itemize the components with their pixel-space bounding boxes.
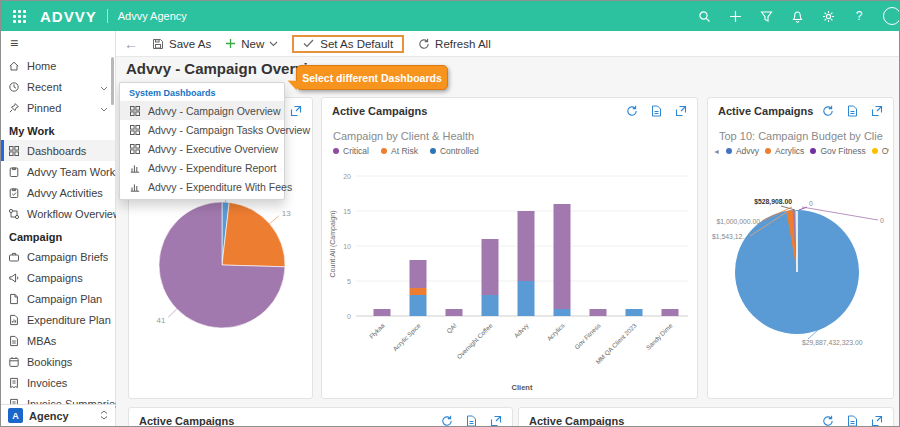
sidebar-item-label: Campaigns <box>27 272 83 284</box>
sidebar-item-campaign-briefs[interactable]: Campaign Briefs <box>1 246 115 267</box>
sidebar-item-mbas[interactable]: MBAs <box>1 330 115 351</box>
sidebar-scrollbar[interactable] <box>111 57 114 105</box>
sidebar-item-workflow-overview[interactable]: Workflow Overview <box>1 203 115 224</box>
sidebar-item-label: MBAs <box>27 335 56 347</box>
svg-text:5: 5 <box>347 278 351 285</box>
sidebar-item-invoices[interactable]: Invoices <box>1 372 115 393</box>
settings-gear-icon[interactable] <box>821 9 835 23</box>
sidebar-item-label: Campaign Plan <box>27 293 102 305</box>
sidebar-item-advvy-team-work[interactable]: Advvy Team Work <box>1 161 115 182</box>
svg-text:0: 0 <box>347 313 351 320</box>
legend-dot <box>381 148 387 154</box>
dashboard-icon <box>129 143 141 155</box>
svg-text:Count:All (Campaign): Count:All (Campaign) <box>329 211 337 278</box>
body: ≡ HomeRecentPinnedMy WorkDashboardsAdvvy… <box>1 31 899 426</box>
app-window: ADVVY Advvy Agency ? ≡ HomeRecentPinnedM… <box>0 0 900 427</box>
legend-label: Ove <box>882 146 889 156</box>
popout-icon[interactable] <box>871 105 883 117</box>
refresh-icon[interactable] <box>441 415 453 427</box>
sidebar-item-dashboards[interactable]: Dashboards <box>1 140 115 161</box>
search-icon[interactable] <box>697 9 711 23</box>
sidebar-item-label: Expenditure Plan <box>27 314 111 326</box>
sidebar-item-pinned[interactable]: Pinned <box>1 97 115 118</box>
sidebar-item-label: Advvy Team Work <box>27 166 115 178</box>
dropdown-item-advvy-campaign-overview[interactable]: Advvy - Campaign Overview <box>120 101 284 120</box>
view-records-icon[interactable] <box>847 105 858 117</box>
dropdown-item-advvy-executive-overview[interactable]: Advvy - Executive Overview <box>120 139 284 158</box>
notifications-icon[interactable] <box>790 9 804 23</box>
legend-prev-arrow-icon[interactable]: ◄ <box>713 148 720 155</box>
sidebar-item-campaign-plan[interactable]: Campaign Plan <box>1 288 115 309</box>
view-records-icon[interactable] <box>651 105 662 117</box>
new-button[interactable]: New <box>225 38 278 50</box>
svg-text:$528,908.00: $528,908.00 <box>754 198 792 206</box>
svg-text:Gov Fitness: Gov Fitness <box>573 322 602 351</box>
legend-dot <box>810 148 816 154</box>
area-switcher-chevron-icon <box>100 410 108 422</box>
svg-text:Advvy: Advvy <box>513 321 531 339</box>
refresh-all-button[interactable]: Refresh All <box>418 38 491 50</box>
popout-icon[interactable] <box>290 105 302 117</box>
view-records-icon[interactable] <box>466 415 477 427</box>
panel-title: Active Campaigns <box>718 105 822 117</box>
legend-item: Gov Fitness <box>810 146 865 156</box>
legend-dot <box>726 148 732 154</box>
legend-dot <box>333 148 339 154</box>
legend-dot <box>872 148 878 154</box>
dropdown-item-advvy-expenditure-report[interactable]: Advvy - Expenditure Report <box>120 158 284 177</box>
dropdown-item-label: Advvy - Campaign Tasks Overview <box>148 124 310 136</box>
back-button[interactable]: ← <box>124 36 138 52</box>
svg-text:Client: Client <box>512 383 533 392</box>
topbar-icons: ? <box>697 7 887 25</box>
sidebar-item-label: Campaign Briefs <box>27 251 108 263</box>
panel-title: Active Campaigns <box>332 105 626 117</box>
refresh-icon[interactable] <box>822 415 834 427</box>
svg-text:15: 15 <box>343 208 351 215</box>
sidebar-item-advvy-activities[interactable]: Advvy Activities <box>1 182 115 203</box>
sidebar-item-campaigns[interactable]: Campaigns <box>1 267 115 288</box>
legend-item: Ove <box>872 146 889 156</box>
sidebar-item-label: Advvy Activities <box>27 187 103 199</box>
panel-bottom-right: Active Campaigns <box>518 407 894 426</box>
briefs-icon <box>8 251 20 263</box>
sidebar-item-bookings[interactable]: Bookings <box>1 351 115 372</box>
svg-text:20: 20 <box>343 173 351 180</box>
legend-label: Critical <box>343 146 369 156</box>
sidebar-item-recent[interactable]: Recent <box>1 76 115 97</box>
refresh-icon[interactable] <box>822 105 834 117</box>
dashboard-content: Advvy - Campaign Overview 11341 <box>116 57 899 426</box>
refresh-icon[interactable] <box>626 105 638 117</box>
chart-icon <box>129 162 141 174</box>
svg-text:41: 41 <box>156 316 165 325</box>
set-as-default-button[interactable]: Set As Default <box>292 35 404 53</box>
dropdown-item-advvy-campaign-tasks-overview[interactable]: Advvy - Campaign Tasks Overview <box>120 120 284 139</box>
agency-badge: A <box>8 408 23 423</box>
campaign-budget-pie-chart: $528,908.000$1,000,000.000$1,543,12...$2… <box>708 176 895 391</box>
dashboard-dropdown: System Dashboards Advvy - Campaign Overv… <box>119 82 285 200</box>
view-records-icon[interactable] <box>847 415 858 427</box>
help-icon[interactable]: ? <box>852 9 866 23</box>
popout-icon[interactable] <box>675 105 687 117</box>
save-as-button[interactable]: Save As <box>152 38 211 50</box>
invoice-icon <box>8 377 20 389</box>
legend-label: Gov Fitness <box>820 146 865 156</box>
chart-title: Top 10: Campaign Budget by Clie <box>719 130 883 142</box>
sidebar-item-expenditure-plan[interactable]: Expenditure Plan <box>1 309 115 330</box>
expenditure-icon <box>8 314 20 326</box>
popout-icon[interactable] <box>490 415 502 427</box>
user-avatar[interactable] <box>883 7 900 25</box>
popout-icon[interactable] <box>871 415 883 427</box>
divider <box>107 9 108 23</box>
panel-title: Active Campaigns <box>139 415 441 427</box>
sidebar-group-campaign: Campaign <box>1 224 115 246</box>
dropdown-item-label: Advvy - Expenditure Report <box>148 162 276 174</box>
dropdown-item-advvy-expenditure-with-fees[interactable]: Advvy - Expenditure With Fees <box>120 177 284 196</box>
waffle-menu-icon[interactable] <box>13 10 26 23</box>
add-icon[interactable] <box>728 9 742 23</box>
sidebar-toggle-icon[interactable]: ≡ <box>1 31 115 55</box>
filter-icon[interactable] <box>759 9 773 23</box>
chevron-down-icon <box>269 41 278 47</box>
sidebar-area-switcher[interactable]: A Agency <box>1 404 115 426</box>
sidebar-item-home[interactable]: Home <box>1 55 115 76</box>
check-icon <box>303 39 314 48</box>
